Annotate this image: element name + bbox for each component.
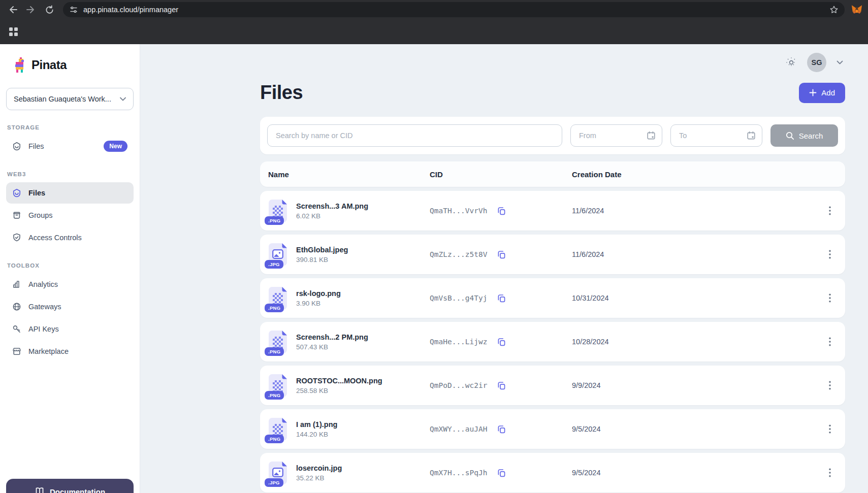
theme-toggle-button[interactable] — [784, 55, 799, 70]
cid-cell: QmaTH...VvrVh — [430, 205, 572, 217]
file-type-icon: .PNG — [268, 199, 287, 222]
sidebar-item-label: Files — [28, 189, 45, 197]
kebab-icon — [829, 293, 831, 303]
file-name: Screensh...3 AM.png — [296, 202, 368, 210]
row-menu-button[interactable] — [822, 246, 838, 262]
new-badge: New — [104, 141, 127, 152]
reload-icon — [45, 5, 54, 15]
row-menu-button[interactable] — [822, 203, 838, 219]
browser-reload-button[interactable] — [42, 2, 57, 17]
table-row[interactable]: .PNG rsk-logo.png 3.90 KB QmVsB...g4Tyj … — [260, 278, 845, 318]
creation-date: 9/5/2024 — [572, 469, 820, 477]
avatar[interactable]: SG — [807, 53, 826, 72]
copy-cid-button[interactable] — [496, 249, 507, 260]
sidebar-item-access-controls[interactable]: Access Controls — [6, 227, 134, 248]
table-row[interactable]: .PNG I am (1).png 144.20 KB QmXWY...auJA… — [260, 409, 845, 449]
file-type-icon: .PNG — [268, 374, 287, 397]
section-label-toolbox: TOOLBOX — [0, 262, 140, 269]
table-row[interactable]: .PNG Screensh...3 AM.png 6.02 KB QmaTH..… — [260, 191, 845, 231]
table-row[interactable]: .JPG EthGlobal.jpeg 390.81 KB QmZLz...z5… — [260, 235, 845, 274]
documentation-label: Documentation — [50, 487, 105, 493]
copy-icon — [497, 468, 506, 478]
apps-grid-button[interactable] — [5, 23, 22, 41]
file-name: Screensh...2 PM.png — [296, 333, 368, 341]
browser-address-bar[interactable]: app.pinata.cloud/pinmanager — [63, 2, 845, 17]
browser-back-button[interactable] — [5, 2, 20, 17]
search-button[interactable]: Search — [770, 124, 838, 147]
analytics-icon — [12, 280, 21, 289]
bookmark-star-icon[interactable] — [829, 5, 839, 14]
sidebar-item-web3-files[interactable]: Files — [6, 182, 134, 204]
file-size: 258.58 KB — [296, 387, 382, 395]
table-row[interactable]: .PNG ROOTSTOC...MOON.png 258.58 KB QmPoD… — [260, 366, 845, 405]
copy-cid-button[interactable] — [496, 380, 507, 391]
workspace-selector[interactable]: Sebastian Guaqueta's Work... — [6, 88, 134, 110]
sidebar-item-groups[interactable]: Groups — [6, 205, 134, 226]
sidebar-item-label: Gateways — [28, 303, 61, 311]
row-menu-button[interactable] — [822, 465, 838, 481]
file-name-cell: .PNG rsk-logo.png 3.90 KB — [268, 286, 430, 310]
row-menu-button[interactable] — [822, 334, 838, 350]
file-type-icon: .PNG — [268, 286, 287, 310]
files-icon — [12, 188, 21, 198]
site-settings-icon[interactable] — [69, 5, 78, 14]
url-text[interactable]: app.pinata.cloud/pinmanager — [83, 6, 824, 14]
file-type-badge: .PNG — [265, 435, 284, 443]
book-icon — [35, 487, 45, 493]
file-name-cell: .PNG Screensh...3 AM.png 6.02 KB — [268, 199, 430, 222]
file-size: 6.02 KB — [296, 212, 368, 220]
creation-date: 10/28/2024 — [572, 338, 820, 346]
cid-cell: QmX7H...sPqJh — [430, 467, 572, 479]
copy-cid-button[interactable] — [496, 205, 507, 217]
copy-cid-button[interactable] — [496, 423, 507, 435]
copy-icon — [497, 206, 506, 216]
row-menu-button[interactable] — [822, 421, 838, 437]
copy-icon — [497, 250, 506, 259]
plus-icon — [809, 89, 817, 96]
date-from-field[interactable] — [579, 132, 642, 140]
table-row[interactable]: .JPG losercoin.jpg 35.22 KB QmX7H...sPqJ… — [260, 453, 845, 492]
file-name-cell: .PNG ROOTSTOC...MOON.png 258.58 KB — [268, 374, 430, 397]
row-menu-button[interactable] — [822, 290, 838, 306]
sidebar-item-gateways[interactable]: Gateways — [6, 296, 134, 317]
documentation-button[interactable]: Documentation — [6, 479, 134, 493]
copy-cid-button[interactable] — [496, 336, 507, 348]
cid-cell: QmXWY...auJAH — [430, 423, 572, 435]
file-type-badge: .JPG — [265, 260, 283, 269]
browser-forward-button[interactable] — [23, 2, 39, 17]
copy-cid-button[interactable] — [496, 292, 507, 304]
kebab-icon — [829, 381, 831, 390]
kebab-icon — [829, 468, 831, 477]
browser-toolbar: app.pinata.cloud/pinmanager — [0, 0, 868, 19]
account-menu-button[interactable] — [834, 58, 845, 67]
browser-chrome: app.pinata.cloud/pinmanager — [0, 0, 868, 44]
back-arrow-icon — [8, 5, 18, 15]
copy-cid-button[interactable] — [496, 467, 507, 479]
table-row[interactable]: .PNG Screensh...2 PM.png 507.43 KB QmaHe… — [260, 322, 845, 361]
creation-date: 11/6/2024 — [572, 250, 820, 258]
file-name-cell: .PNG I am (1).png 144.20 KB — [268, 417, 430, 441]
metamask-extension-icon[interactable] — [851, 4, 863, 16]
sidebar-item-api-keys[interactable]: API Keys — [6, 318, 134, 340]
sidebar-item-marketplace[interactable]: Marketplace — [6, 341, 134, 362]
search-input[interactable] — [267, 124, 562, 147]
file-name-cell: .JPG losercoin.jpg 35.22 KB — [268, 461, 430, 484]
copy-icon — [497, 424, 506, 434]
add-button[interactable]: Add — [799, 83, 845, 103]
date-from-input[interactable] — [570, 124, 662, 147]
sidebar-item-analytics[interactable]: Analytics — [6, 274, 134, 295]
sidebar-item-label: Groups — [28, 211, 53, 219]
file-type-icon: .JPG — [268, 243, 287, 266]
date-to-input[interactable] — [670, 124, 762, 147]
file-type-badge: .PNG — [265, 347, 284, 356]
date-to-field[interactable] — [679, 132, 743, 140]
workspace-name: Sebastian Guaqueta's Work... — [14, 95, 111, 103]
file-size: 507.43 KB — [296, 343, 368, 351]
cid-value: QmX7H...sPqJh — [430, 469, 488, 477]
row-menu-button[interactable] — [822, 377, 838, 393]
kebab-icon — [829, 206, 831, 215]
forward-arrow-icon — [26, 5, 36, 15]
sidebar-item-label: Analytics — [28, 280, 58, 288]
pinata-logo[interactable]: Pinata — [13, 57, 140, 73]
sidebar-item-storage-files[interactable]: Files New — [6, 136, 134, 157]
